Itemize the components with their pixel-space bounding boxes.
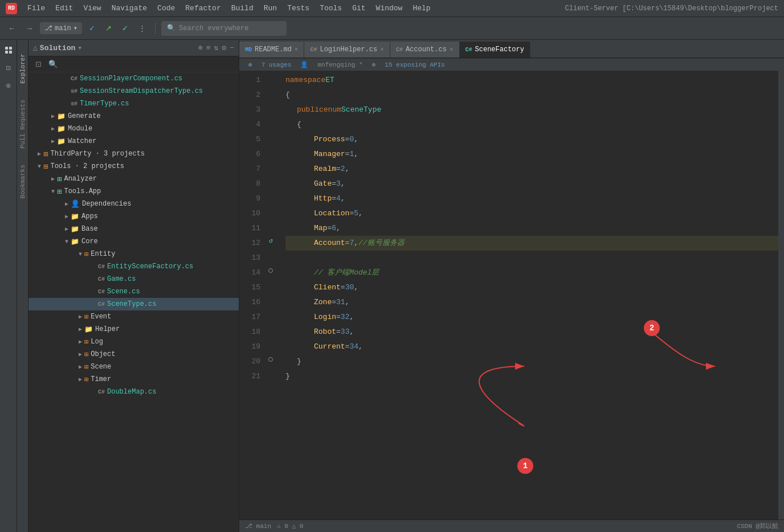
hint-usages[interactable]: 7 usages: [262, 62, 292, 68]
branch-selector[interactable]: ⎇ main ▾: [40, 22, 82, 34]
tree-item-scenefolder[interactable]: ▶ ⊞ Scene: [28, 361, 239, 373]
tree-item-helper[interactable]: ▶ 📁 Helper: [28, 323, 239, 335]
pull-requests-tab[interactable]: Pull Requests: [19, 97, 26, 151]
tree-item-base[interactable]: ▶ 📁 Base: [28, 223, 239, 235]
menu-view[interactable]: View: [79, 3, 105, 14]
search-icon: 🔍: [167, 24, 175, 32]
explorer-tab[interactable]: Explorer: [19, 51, 26, 86]
tree-item-game[interactable]: C# Game.cs: [28, 273, 239, 285]
tree-item-thirdparty[interactable]: ▶ ⊞ ThirdParty · 3 projects: [28, 148, 239, 160]
vcs-check-green[interactable]: ↗: [102, 22, 115, 34]
vcs-check-blue[interactable]: ✓: [85, 22, 99, 34]
tab-readme[interactable]: MD README.md ×: [239, 42, 304, 58]
tree-item-dependencies[interactable]: ▶ 👤 Dependencies: [28, 198, 239, 210]
cs-badge: ≋#: [71, 88, 77, 95]
status-left: ⎇ main ⚠ 0 △ 0: [245, 522, 303, 530]
more-button[interactable]: ⋮: [135, 22, 149, 34]
tree-item-toolsapp[interactable]: ▼ ⊞ Tools.App: [28, 185, 239, 198]
scroll-track[interactable]: [778, 71, 784, 519]
tree-icon-minus[interactable]: −: [230, 44, 234, 52]
tree-item-sessionstream[interactable]: ≋# SessionStreamDispatcherType.cs: [28, 85, 239, 97]
tree-item-timertype[interactable]: ≋# TimerType.cs: [28, 97, 239, 110]
vcs-check-teal[interactable]: ✓: [119, 22, 132, 34]
tab-loginhelper[interactable]: C# LoginHelper.cs ×: [304, 42, 390, 58]
problems-status[interactable]: ⚠ 0 △ 0: [277, 522, 303, 530]
tab-icon-md: MD: [245, 47, 252, 53]
tab-close-readme[interactable]: ×: [295, 46, 299, 53]
menu-run[interactable]: Run: [259, 3, 281, 14]
tabs-bar: MD README.md × C# LoginHelper.cs × C# Ac…: [239, 40, 784, 58]
tree-item-object[interactable]: ▶ ⊞ Object: [28, 348, 239, 361]
tree-copy-btn[interactable]: ⊡: [33, 59, 44, 69]
cs-badge: ≋#: [71, 100, 77, 107]
solution-icon: △: [33, 43, 38, 52]
tree-item-entity[interactable]: ▼ ⊞ Entity: [28, 248, 239, 260]
hint-apis[interactable]: 15 exposing APIs: [385, 62, 445, 68]
tree-item-scene[interactable]: C# Scene.cs: [28, 285, 239, 298]
menu-navigate[interactable]: Navigate: [107, 3, 152, 14]
search-file-icon[interactable]: ⊕: [1, 78, 16, 93]
tree-search-btn[interactable]: 🔍: [46, 59, 60, 69]
menu-file[interactable]: File: [23, 3, 50, 14]
tree-icon-gear[interactable]: ⚙: [222, 43, 226, 52]
hint-author: mnfengqing *: [317, 62, 362, 68]
tree-item-entityscenefactory[interactable]: C# EntitySceneFactory.cs: [28, 260, 239, 273]
solution-dropdown[interactable]: ▾: [77, 43, 82, 52]
tree-item-timer[interactable]: ▶ ⊞ Timer: [28, 373, 239, 386]
search-placeholder: Search everywhere: [179, 24, 248, 32]
menu-refactor[interactable]: Refactor: [181, 3, 225, 14]
tree-label: Helper: [95, 325, 120, 333]
side-panel-icons: ⊡ ⊕: [0, 40, 17, 532]
tree-icon-globe[interactable]: ⊕: [198, 43, 203, 52]
tree-item-apps[interactable]: ▶ 📁 Apps: [28, 210, 239, 223]
back-button[interactable]: ←: [5, 22, 19, 34]
code-line-7: Realm = 2,: [285, 162, 778, 177]
menu-code[interactable]: Code: [153, 3, 179, 14]
menu-git[interactable]: Git: [348, 3, 370, 14]
hint-author-icon: 👤: [300, 61, 308, 68]
code-area[interactable]: namespace ET { public enum SceneType {: [276, 71, 778, 519]
tree-item-module[interactable]: ▶ 📁 Module: [28, 122, 239, 135]
tree-item-event[interactable]: ▶ ⊞ Event: [28, 310, 239, 323]
toolbar-divider: [155, 23, 156, 34]
title-bar: RD File Edit View Navigate Code Refactor…: [0, 0, 784, 17]
tree-item-generate[interactable]: ▶ 📁 Generate: [28, 110, 239, 122]
tab-close-loginhelper[interactable]: ×: [380, 46, 384, 53]
bookmarks-tab[interactable]: Bookmarks: [19, 162, 26, 200]
search-everywhere[interactable]: 🔍 Search everywhere: [161, 21, 287, 36]
tree-item-scenetype[interactable]: C# SceneType.cs: [28, 298, 239, 310]
copy-icon[interactable]: ⊡: [1, 60, 16, 75]
tree-item-analyzer[interactable]: ▶ ⊞ Analyzer: [28, 173, 239, 185]
tab-close-account[interactable]: ×: [450, 46, 454, 53]
tree-item-log[interactable]: ▶ ⊞ Log: [28, 335, 239, 348]
tab-scenefactory[interactable]: C# SceneFactory: [460, 42, 530, 58]
tree-item-watcher[interactable]: ▶ 📁 Watcher: [28, 135, 239, 148]
tree-label: EntitySceneFactory.cs: [107, 263, 193, 271]
tree-icon-arrows[interactable]: ⇅: [214, 43, 219, 52]
toolbar: ← → ⎇ main ▾ ✓ ↗ ✓ ⋮ 🔍 Search everywhere: [0, 17, 784, 40]
menu-tools[interactable]: Tools: [315, 3, 346, 14]
scene-icon: ⊞: [84, 363, 88, 371]
vcs-status[interactable]: ⎇ main: [245, 522, 271, 530]
forward-button[interactable]: →: [22, 22, 36, 34]
explorer-icon[interactable]: [1, 43, 16, 58]
obj-icon: ⊞: [84, 350, 88, 359]
tab-label-readme: README.md: [255, 46, 292, 54]
tree-item-doublemap[interactable]: C# DoubleMap.cs: [28, 386, 239, 398]
menu-window[interactable]: Window: [371, 3, 407, 14]
tree-item-sessionplayer[interactable]: C# SessionPlayerComponent.cs: [28, 72, 239, 85]
tree-icon-list[interactable]: ≡: [206, 44, 211, 52]
tree-item-tools[interactable]: ▼ ⊞ Tools · 2 projects: [28, 160, 239, 173]
code-line-1: namespace ET: [285, 73, 778, 88]
tab-account[interactable]: C# Account.cs ×: [390, 42, 460, 58]
tab-label-scenefactory: SceneFactory: [475, 46, 524, 54]
cs-badge: C#: [98, 289, 105, 295]
menu-help[interactable]: Help: [408, 3, 435, 14]
menu-bar: File Edit View Navigate Code Refactor Bu…: [23, 3, 435, 14]
menu-tests[interactable]: Tests: [283, 3, 314, 14]
tree-item-core[interactable]: ▼ 📁 Core: [28, 235, 239, 248]
code-line-15: Client = 30,: [285, 280, 778, 295]
menu-edit[interactable]: Edit: [51, 3, 77, 14]
menu-build[interactable]: Build: [227, 3, 258, 14]
tab-icon-cs3: C#: [466, 47, 472, 53]
